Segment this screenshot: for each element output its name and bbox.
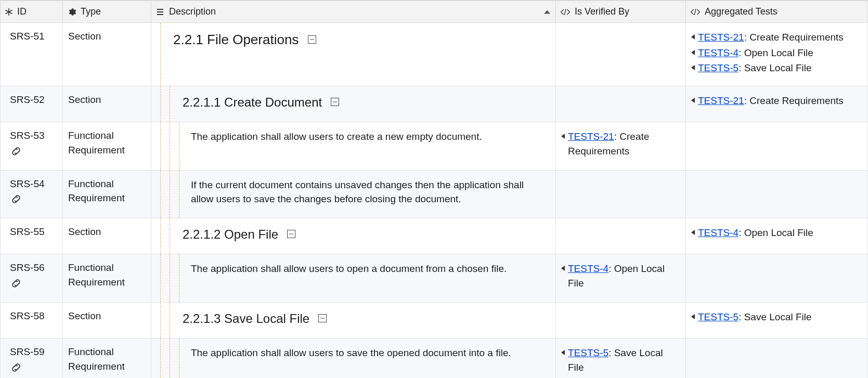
- test-link[interactable]: TESTS-5: [698, 62, 739, 73]
- cell-is-verified-by: TESTS-5: Save Local File: [556, 338, 686, 378]
- column-header-id[interactable]: ID: [1, 1, 63, 23]
- requirement-text: If the current document contains unsaved…: [191, 177, 550, 207]
- column-header-aggregated-tests[interactable]: Aggregated Tests: [686, 1, 868, 23]
- row-id: SRS-54: [10, 177, 57, 191]
- link-icon: [10, 362, 57, 377]
- test-link-label: : Create Requirements: [744, 95, 844, 106]
- cell-aggregated-tests: TESTS-21: Create RequirementsTESTS-4: Op…: [686, 23, 868, 86]
- collapse-toggle-icon[interactable]: [287, 230, 295, 238]
- code-icon: [560, 8, 571, 16]
- table-row[interactable]: SRS-52Section2.2.1.1 Create Document TES…: [1, 86, 868, 122]
- requirement-text: The application shall allow users to cre…: [191, 128, 550, 145]
- triangle-left-icon: [691, 230, 695, 235]
- test-link-item: TESTS-21: Create Requirements: [561, 129, 680, 158]
- cell-is-verified-by: TESTS-21: Create Requirements: [556, 122, 686, 170]
- code-icon: [690, 8, 701, 16]
- row-type: Section: [63, 302, 151, 338]
- triangle-left-icon: [561, 134, 565, 139]
- row-id: SRS-59: [10, 345, 57, 359]
- test-link-item: TESTS-4: Open Local File: [561, 262, 680, 290]
- row-type: Functional Requirement: [63, 254, 151, 302]
- requirements-table: ID Type Description Is Verified: [0, 0, 868, 378]
- cell-aggregated-tests: TESTS-21: Create Requirements: [686, 86, 868, 122]
- heading-text: Create Document: [224, 95, 322, 109]
- column-header-type[interactable]: Type: [63, 1, 151, 23]
- cell-is-verified-by: [556, 86, 686, 122]
- row-type: Section: [63, 218, 151, 254]
- test-link-item: TESTS-21: Create Requirements: [691, 94, 862, 108]
- table-row[interactable]: SRS-51Section2.2.1 File Operations TESTS…: [1, 23, 868, 86]
- triangle-left-icon: [691, 314, 695, 319]
- column-label: Description: [169, 6, 216, 17]
- column-header-is-verified-by[interactable]: Is Verified By: [556, 1, 686, 23]
- column-label: Is Verified By: [575, 6, 629, 17]
- test-link-item: TESTS-4: Open Local File: [691, 226, 862, 240]
- test-link[interactable]: TESTS-5: [698, 311, 739, 322]
- table-row[interactable]: SRS-58Section2.2.1.3 Save Local File TES…: [1, 302, 868, 338]
- cell-is-verified-by: [556, 170, 686, 218]
- cell-aggregated-tests: [686, 254, 868, 302]
- column-label: Type: [81, 6, 101, 17]
- table-row[interactable]: SRS-53Functional RequirementThe applicat…: [1, 122, 868, 170]
- section-heading: 2.2.1.1 Create Document: [183, 93, 550, 113]
- row-id: SRS-51: [10, 29, 57, 44]
- column-header-description[interactable]: Description: [151, 1, 556, 23]
- test-link-label: : Open Local File: [739, 47, 813, 58]
- heading-number: 2.2.1.2: [183, 227, 221, 241]
- row-id: SRS-58: [10, 309, 57, 323]
- test-link[interactable]: TESTS-4: [568, 263, 608, 274]
- row-id: SRS-55: [10, 225, 57, 239]
- collapse-toggle-icon[interactable]: [318, 314, 327, 322]
- row-id: SRS-53: [10, 128, 57, 143]
- cell-is-verified-by: [556, 218, 686, 254]
- test-link[interactable]: TESTS-21: [568, 131, 614, 142]
- collapse-toggle-icon[interactable]: [331, 98, 339, 106]
- gear-icon: [67, 7, 76, 17]
- row-type: Section: [63, 23, 151, 86]
- test-link[interactable]: TESTS-21: [698, 32, 744, 43]
- triangle-left-icon: [691, 65, 695, 70]
- heading-text: File Operations: [207, 32, 299, 47]
- table-row[interactable]: SRS-55Section2.2.1.2 Open File TESTS-4: …: [1, 218, 868, 254]
- row-id: SRS-52: [10, 93, 57, 107]
- requirement-text: The application shall allow users to ope…: [191, 260, 550, 277]
- requirement-text: The application shall allow users to sav…: [191, 345, 550, 361]
- triangle-left-icon: [561, 266, 565, 271]
- test-link-label: : Open Local File: [739, 227, 813, 238]
- cell-is-verified-by: TESTS-4: Open Local File: [556, 254, 686, 302]
- triangle-left-icon: [561, 350, 565, 355]
- test-link-item: TESTS-4: Open Local File: [691, 46, 862, 60]
- table-row[interactable]: SRS-59Functional RequirementThe applicat…: [1, 338, 868, 378]
- test-link-item: TESTS-5: Save Local File: [691, 310, 862, 324]
- section-heading: 2.2.1.2 Open File: [183, 225, 550, 245]
- test-link[interactable]: TESTS-5: [568, 347, 608, 358]
- cell-aggregated-tests: TESTS-5: Save Local File: [686, 302, 868, 338]
- test-link-item: TESTS-5: Save Local File: [561, 346, 680, 374]
- test-link[interactable]: TESTS-4: [698, 47, 739, 58]
- test-link[interactable]: TESTS-21: [698, 95, 744, 106]
- cell-is-verified-by: [556, 23, 686, 86]
- triangle-left-icon: [691, 34, 695, 40]
- test-link-label: : Save Local File: [739, 311, 811, 322]
- test-link-label: : Create Requirements: [744, 32, 844, 43]
- cell-is-verified-by: [556, 302, 686, 338]
- cell-aggregated-tests: [686, 170, 868, 218]
- table-row[interactable]: SRS-54Functional RequirementIf the curre…: [1, 170, 868, 218]
- collapse-toggle-icon[interactable]: [308, 35, 316, 44]
- asterisk-icon: [5, 8, 13, 16]
- column-label: Aggregated Tests: [705, 6, 778, 17]
- heading-number: 2.2.1: [173, 32, 203, 47]
- test-link-label: : Save Local File: [739, 62, 811, 73]
- sort-ascending-icon: [544, 10, 550, 14]
- row-type: Functional Requirement: [63, 338, 151, 378]
- row-type: Section: [63, 86, 151, 122]
- test-link[interactable]: TESTS-4: [698, 227, 739, 238]
- heading-text: Save Local File: [224, 311, 309, 325]
- table-row[interactable]: SRS-56Functional RequirementThe applicat…: [1, 254, 868, 302]
- cell-aggregated-tests: [686, 122, 868, 170]
- section-heading: 2.2.1.3 Save Local File: [183, 309, 550, 329]
- link-icon: [10, 194, 57, 208]
- table-header-row: ID Type Description Is Verified: [1, 1, 868, 23]
- cell-aggregated-tests: TESTS-4: Open Local File: [686, 218, 868, 254]
- row-id: SRS-56: [10, 260, 57, 275]
